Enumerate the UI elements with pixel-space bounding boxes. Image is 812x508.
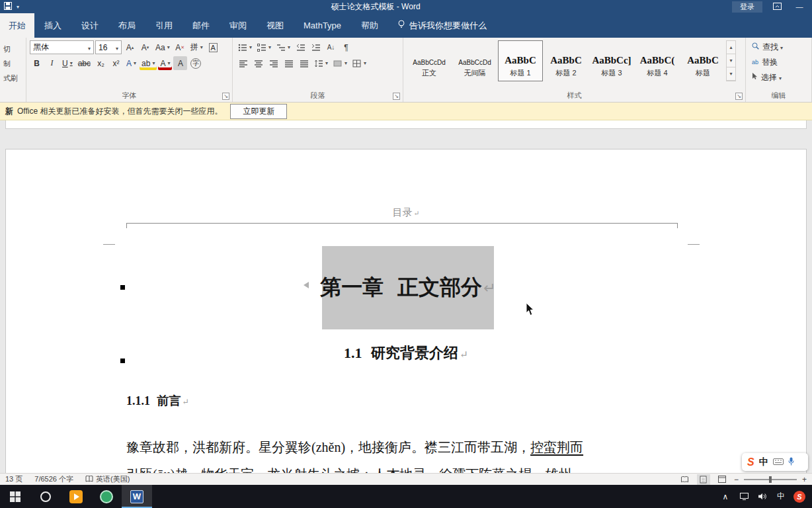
find-button[interactable]: 查找 (749, 40, 808, 54)
login-button[interactable]: 登录 (732, 1, 762, 13)
justify-button[interactable] (282, 56, 296, 70)
text-effects-button[interactable]: A (124, 56, 138, 70)
document-area[interactable]: 目录↵ 第一章 正文部分↵ 1.1 研究背景介绍↵ 1.1.1 前言↵ 豫章故郡… (0, 120, 812, 473)
body-paragraph[interactable]: 豫章故郡，洪都新府。星分翼轸(zhěn)，地接衡庐。襟三江而带五湖，控蛮荆而 引… (126, 434, 679, 473)
microphone-icon[interactable] (788, 457, 794, 468)
bold-button[interactable]: B (30, 56, 44, 70)
tray-chevron-up-icon[interactable]: ∧ (717, 485, 734, 508)
clear-formatting-button[interactable]: A (173, 40, 187, 54)
qat-customize-icon[interactable]: ▾ (17, 4, 19, 10)
show-hide-marks-button[interactable] (339, 40, 353, 54)
style-heading-3[interactable]: AaBbCc] 标题 3 (589, 40, 634, 81)
strikethrough-button[interactable]: abc (76, 56, 93, 70)
zoom-in-button[interactable]: + (802, 475, 807, 484)
tab-insert[interactable]: 插入 (34, 13, 71, 38)
highlight-color-button[interactable]: ab (140, 56, 157, 70)
replace-button[interactable]: ab 替换 (749, 56, 808, 69)
tray-monitor-icon[interactable] (735, 485, 752, 508)
align-left-button[interactable] (236, 56, 250, 70)
character-shading-button[interactable]: A (173, 56, 187, 70)
save-icon[interactable] (4, 2, 12, 11)
multilevel-list-button[interactable] (274, 40, 292, 54)
print-layout-button[interactable] (697, 474, 710, 485)
ribbon-display-options-icon[interactable] (773, 3, 782, 11)
underline-button[interactable]: U (60, 56, 75, 70)
decrease-indent-button[interactable] (294, 40, 307, 54)
align-right-button[interactable] (266, 56, 280, 70)
section-heading[interactable]: 1.1 研究背景介绍↵ (6, 343, 806, 363)
zoom-out-button[interactable]: − (734, 475, 739, 484)
sogou-logo-icon[interactable]: S (747, 456, 754, 468)
tell-me-box[interactable]: 告诉我你想要做什么 (388, 13, 496, 38)
tab-home[interactable]: 开始 (0, 13, 34, 38)
tab-design[interactable]: 设计 (71, 13, 108, 38)
superscript-button[interactable]: x² (109, 56, 123, 70)
phonetic-guide-button[interactable]: 拼 (188, 40, 205, 54)
document-page[interactable]: 目录↵ 第一章 正文部分↵ 1.1 研究背景介绍↵ 1.1.1 前言↵ 豫章故郡… (5, 149, 807, 473)
line-spacing-button[interactable] (312, 56, 330, 70)
video-app-button[interactable] (61, 485, 91, 508)
cut-button[interactable]: 切 (3, 43, 22, 56)
copy-button[interactable]: 制 (3, 58, 22, 70)
tab-references[interactable]: 引用 (145, 13, 183, 38)
gallery-up-icon[interactable]: ▴ (727, 41, 735, 54)
page-header-text[interactable]: 目录↵ (6, 206, 806, 219)
select-button[interactable]: 选择 (749, 71, 808, 84)
italic-button[interactable]: I (45, 56, 59, 70)
shading-button[interactable] (331, 56, 349, 70)
heading-collapse-icon[interactable] (304, 282, 309, 288)
change-case-button[interactable]: Aa (153, 40, 172, 54)
borders-button[interactable] (350, 56, 368, 70)
tab-view[interactable]: 视图 (257, 13, 294, 38)
subsection-heading[interactable]: 1.1.1 前言↵ (126, 393, 189, 409)
paragraph-dialog-launcher[interactable]: ↘ (393, 93, 400, 100)
style-heading-1[interactable]: AaBbC 标题 1 (498, 40, 543, 81)
zoom-slider-thumb[interactable] (769, 476, 772, 483)
ime-mode-indicator[interactable]: 中 (759, 456, 768, 468)
numbering-button[interactable] (255, 40, 273, 54)
style-heading-2[interactable]: AaBbC 标题 2 (544, 40, 589, 81)
subscript-button[interactable]: x₂ (94, 56, 108, 70)
gallery-down-icon[interactable]: ▾ (727, 54, 735, 67)
minimize-button[interactable]: — (792, 3, 807, 11)
sort-button[interactable] (324, 40, 338, 54)
tray-input-indicator[interactable]: 中 (772, 485, 790, 508)
styles-dialog-launcher[interactable]: ↘ (735, 93, 743, 100)
enclose-characters-button[interactable]: 字 (188, 56, 203, 70)
increase-indent-button[interactable] (309, 40, 323, 54)
tab-review[interactable]: 审阅 (220, 13, 257, 38)
distribute-button[interactable] (297, 56, 311, 70)
update-now-button[interactable]: 立即更新 (230, 104, 287, 119)
style-heading[interactable]: AaBbC 标题 (680, 40, 725, 81)
keyboard-icon[interactable] (773, 458, 784, 467)
style-no-spacing[interactable]: AaBbCcDd 无间隔 (452, 40, 497, 81)
web-layout-button[interactable] (715, 474, 729, 485)
tab-mailings[interactable]: 邮件 (183, 13, 220, 38)
start-button[interactable] (0, 485, 30, 508)
page-count[interactable]: 13 页 (5, 474, 22, 484)
font-color-button[interactable]: A (158, 56, 172, 70)
word-count[interactable]: 7/6526 个字 (34, 474, 73, 484)
cortana-button[interactable] (30, 485, 61, 508)
tab-mathtype[interactable]: MathType (294, 13, 351, 38)
style-heading-4[interactable]: AaBbC( 标题 4 (635, 40, 680, 81)
browser-app-button[interactable] (91, 485, 122, 508)
character-border-button[interactable]: A (206, 40, 220, 54)
tray-sogou-icon[interactable]: S (791, 485, 808, 508)
tab-layout[interactable]: 布局 (108, 13, 145, 38)
shrink-font-button[interactable]: A (138, 40, 152, 54)
style-normal[interactable]: AaBbCcDd 正文 (407, 40, 452, 81)
zoom-slider[interactable] (744, 479, 797, 480)
align-center-button[interactable] (251, 56, 265, 70)
tray-volume-icon[interactable] (754, 485, 771, 508)
word-app-button[interactable]: W (122, 485, 152, 508)
format-painter-button[interactable]: 式刷 (3, 72, 22, 85)
proofing-status[interactable]: 英语(美国) (85, 474, 130, 484)
font-name-select[interactable]: 黑体 (30, 40, 94, 54)
gallery-more-icon[interactable]: ▾ (727, 67, 735, 81)
tab-help[interactable]: 帮助 (351, 13, 388, 38)
chapter-heading[interactable]: 第一章 正文部分↵ (322, 246, 494, 329)
font-dialog-launcher[interactable]: ↘ (222, 93, 229, 100)
read-mode-button[interactable] (678, 474, 692, 485)
font-size-select[interactable]: 16 (95, 40, 122, 54)
